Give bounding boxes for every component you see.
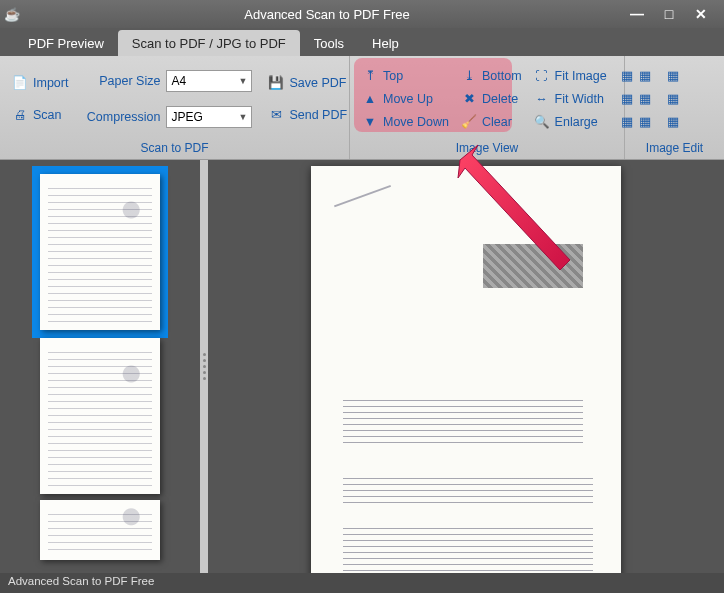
enlarge-button[interactable]: 🔍 Enlarge	[528, 111, 613, 133]
minimize-button[interactable]: —	[630, 7, 644, 21]
doc-image	[483, 244, 583, 288]
status-text: Advanced Scan to PDF Free	[8, 575, 154, 587]
paper-size-row: Paper Size A4 ▼	[80, 70, 252, 92]
ribbon-group-scan: 📄 Import 🖨 Scan Paper Size A4 ▼ Co	[0, 56, 350, 159]
clear-button[interactable]: 🧹 Clear	[455, 111, 528, 133]
move-down-icon: ▼	[362, 114, 378, 130]
scan-icon: 🖨	[12, 107, 28, 123]
tool-icon: ▦	[619, 91, 635, 107]
import-label: Import	[33, 76, 68, 90]
compression-value: JPEG	[171, 110, 202, 124]
thumbnail-panel	[0, 160, 200, 573]
bottom-button[interactable]: ⤓ Bottom	[455, 65, 528, 87]
ribbon-group-image-view: ⤒ Top ▲ Move Up ▼ Move Down ⤓ Bottom	[350, 56, 625, 159]
menu-help[interactable]: Help	[358, 30, 413, 56]
thumbnail-2[interactable]	[32, 338, 168, 494]
window-title: Advanced Scan to PDF Free	[24, 7, 630, 22]
send-pdf-button[interactable]: ✉ Send PDF	[262, 104, 353, 126]
top-label: Top	[383, 69, 403, 83]
fit-width-button[interactable]: ↔ Fit Width	[528, 88, 613, 110]
move-up-icon: ▲	[362, 91, 378, 107]
move-down-button[interactable]: ▼ Move Down	[356, 111, 455, 133]
fit-width-icon: ↔	[534, 91, 550, 107]
fit-image-label: Fit Image	[555, 69, 607, 83]
delete-label: Delete	[482, 92, 518, 106]
iconbtn-1[interactable]: ▦	[613, 65, 641, 87]
tool-icon: ▦	[619, 114, 635, 130]
thumbnail-page	[40, 500, 160, 560]
move-up-button[interactable]: ▲ Move Up	[356, 88, 455, 110]
thumbnail-page	[40, 174, 160, 330]
iconbtn-2[interactable]: ▦	[613, 88, 641, 110]
doc-text	[343, 478, 593, 508]
ribbon: 📄 Import 🖨 Scan Paper Size A4 ▼ Co	[0, 56, 724, 160]
fit-width-label: Fit Width	[555, 92, 604, 106]
chevron-down-icon: ▼	[239, 76, 248, 86]
scan-label: Scan	[33, 108, 62, 122]
tab-scan-to-pdf[interactable]: Scan to PDF / JPG to PDF	[118, 30, 300, 56]
ribbon-group-scan-label: Scan to PDF	[0, 141, 349, 159]
tab-pdf-preview[interactable]: PDF Preview	[14, 30, 118, 56]
edit-icon: ▦	[665, 91, 681, 107]
ribbon-group-image-edit-label: Image Edit	[625, 141, 724, 159]
paper-size-value: A4	[171, 74, 186, 88]
paper-size-combo[interactable]: A4 ▼	[166, 70, 252, 92]
enlarge-icon: 🔍	[534, 114, 550, 130]
close-button[interactable]: ✕	[694, 7, 708, 21]
import-icon: 📄	[12, 75, 28, 91]
window-controls: — □ ✕	[630, 7, 724, 21]
menu-tools[interactable]: Tools	[300, 30, 358, 56]
top-button[interactable]: ⤒ Top	[356, 65, 455, 87]
signature-graphic	[339, 194, 399, 234]
fit-image-button[interactable]: ⛶ Fit Image	[528, 65, 613, 87]
clear-label: Clear	[482, 115, 512, 129]
bottom-icon: ⤓	[461, 68, 477, 84]
title-bar: ☕ Advanced Scan to PDF Free — □ ✕	[0, 0, 724, 28]
clear-icon: 🧹	[461, 114, 477, 130]
compression-row: Compression JPEG ▼	[80, 106, 252, 128]
save-pdf-button[interactable]: 💾 Save PDF	[262, 72, 353, 94]
thumbnail-3[interactable]	[32, 500, 168, 560]
edit-btn-6[interactable]: ▦	[659, 111, 687, 133]
edit-btn-4[interactable]: ▦	[659, 65, 687, 87]
compression-combo[interactable]: JPEG ▼	[166, 106, 252, 128]
paper-size-label: Paper Size	[80, 74, 160, 88]
save-icon: 💾	[268, 75, 284, 91]
thumbnail-page	[40, 338, 160, 494]
delete-button[interactable]: ✖ Delete	[455, 88, 528, 110]
compression-label: Compression	[80, 110, 160, 124]
iconbtn-3[interactable]: ▦	[613, 111, 641, 133]
fit-image-icon: ⛶	[534, 68, 550, 84]
thumbnail-1-selected[interactable]	[32, 166, 168, 338]
edit-btn-5[interactable]: ▦	[659, 88, 687, 110]
main-area	[0, 160, 724, 573]
send-icon: ✉	[268, 107, 284, 123]
tool-icon: ▦	[619, 68, 635, 84]
status-bar: Advanced Scan to PDF Free	[0, 573, 724, 593]
doc-text	[343, 528, 593, 573]
delete-icon: ✖	[461, 91, 477, 107]
edit-icon: ▦	[665, 114, 681, 130]
import-button[interactable]: 📄 Import	[6, 72, 74, 94]
enlarge-label: Enlarge	[555, 115, 598, 129]
move-up-label: Move Up	[383, 92, 433, 106]
menu-bar: PDF Preview Scan to PDF / JPG to PDF Too…	[0, 28, 724, 56]
chevron-down-icon: ▼	[239, 112, 248, 122]
send-pdf-label: Send PDF	[289, 108, 347, 122]
save-pdf-label: Save PDF	[289, 76, 346, 90]
bottom-label: Bottom	[482, 69, 522, 83]
splitter[interactable]	[200, 160, 208, 573]
preview-page	[311, 166, 621, 573]
scan-button[interactable]: 🖨 Scan	[6, 104, 74, 126]
doc-text	[343, 398, 583, 448]
preview-panel[interactable]	[208, 160, 724, 573]
edit-icon: ▦	[665, 68, 681, 84]
ribbon-group-image-view-label: Image View	[350, 141, 624, 159]
move-down-label: Move Down	[383, 115, 449, 129]
app-icon: ☕	[0, 7, 24, 22]
maximize-button[interactable]: □	[662, 7, 676, 21]
top-icon: ⤒	[362, 68, 378, 84]
